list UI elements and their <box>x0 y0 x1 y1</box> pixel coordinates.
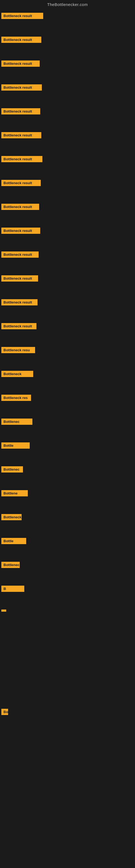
spacer <box>1 45 134 58</box>
bottleneck-label: Bo <box>1 709 8 715</box>
spacer <box>1 595 134 607</box>
spacer <box>1 213 134 225</box>
bottleneck-label: Bottlenec <box>1 418 32 425</box>
list-item: Bottleneck res <box>1 392 134 404</box>
list-item: Bottleneck result <box>1 297 134 308</box>
bottom-spacer <box>1 718 134 826</box>
bottleneck-label: Bottleneck result <box>1 275 38 282</box>
spacer <box>1 237 134 249</box>
spacer <box>1 284 134 297</box>
list-item: Bottleneck result <box>1 153 134 165</box>
spacer <box>1 141 134 153</box>
spacer <box>1 93 134 105</box>
spacer <box>1 380 134 392</box>
bottleneck-label: Bottlenec <box>1 466 23 472</box>
bottleneck-label: Bottleneck result <box>1 156 42 162</box>
spacer <box>1 404 134 416</box>
spacer <box>1 475 134 488</box>
spacer <box>1 547 134 559</box>
list-item: Bottleneck result <box>1 82 134 93</box>
list-item: Bottleneck result <box>1 10 134 22</box>
list-item: Bottleneck result <box>1 58 134 69</box>
bottleneck-label: Bottle <box>1 442 30 448</box>
list-item: Bottleneck result <box>1 177 134 189</box>
bottleneck-label: Bottleneck result <box>1 204 39 210</box>
bottleneck-label: Bottleneck resu <box>1 347 35 353</box>
page-wrapper: TheBottlenecker.com Bottleneck result Bo… <box>0 0 135 826</box>
bottleneck-label: Bottleneck result <box>1 61 40 67</box>
list-item: Bottlene <box>1 488 134 499</box>
spacer <box>1 189 134 201</box>
list-item: Bottleneck result <box>1 273 134 284</box>
list-item: Bottleneck result <box>1 34 134 45</box>
list-item <box>1 607 134 614</box>
list-item: Bottleneck r <box>1 511 134 523</box>
empty-section-3 <box>1 679 134 706</box>
bottleneck-label: Bottleneck result <box>1 180 41 186</box>
list-item: Bottleneck result <box>1 105 134 117</box>
spacer <box>1 117 134 129</box>
bottleneck-label: Bottleneck result <box>1 132 41 138</box>
list-item: Bottleneck result <box>1 129 134 141</box>
bottleneck-label: Bottleneck result <box>1 299 38 305</box>
list-item: Bottleneck <box>1 368 134 380</box>
spacer <box>1 571 134 583</box>
bottleneck-label: Bottleneck res <box>1 395 31 401</box>
bottleneck-label: Bottleneck result <box>1 227 40 234</box>
bottleneck-list: Bottleneck result Bottleneck result Bott… <box>0 10 135 826</box>
bottleneck-label <box>1 610 6 612</box>
bottleneck-label: Bottleneck <box>1 371 33 377</box>
list-item: Bottle <box>1 535 134 547</box>
list-item: Bottleneck resu <box>1 344 134 356</box>
bottleneck-label: Bottleneck result <box>1 37 41 43</box>
spacer <box>1 523 134 535</box>
spacer <box>1 356 134 368</box>
spacer <box>1 165 134 177</box>
spacer <box>1 260 134 273</box>
bottleneck-label: Bottleneck result <box>1 323 37 329</box>
bottleneck-label: Bottlenec <box>1 562 20 568</box>
bottleneck-label: Bottleneck result <box>1 13 43 19</box>
list-item: Bottleneck result <box>1 201 134 213</box>
spacer <box>1 22 134 34</box>
list-item: Bottleneck result <box>1 225 134 237</box>
spacer <box>1 332 134 344</box>
spacer <box>1 499 134 511</box>
list-item: B <box>1 583 134 595</box>
bottleneck-label: Bottleneck result <box>1 251 39 258</box>
list-item: Bo <box>1 706 134 718</box>
list-item: Bottleneck result <box>1 320 134 332</box>
bottleneck-label: Bottleneck result <box>1 108 40 115</box>
bottleneck-label: Bottleneck result <box>1 84 42 91</box>
spacer <box>1 69 134 82</box>
empty-section <box>1 614 134 638</box>
site-title: TheBottlenecker.com <box>0 0 135 10</box>
list-item: Bottlenec <box>1 559 134 571</box>
spacer <box>1 452 134 464</box>
list-item: Bottleneck result <box>1 249 134 260</box>
list-item: Bottlenec <box>1 464 134 475</box>
list-item: Bottle <box>1 440 134 452</box>
bottleneck-label: Bottle <box>1 538 26 544</box>
bottleneck-label: Bottleneck r <box>1 514 21 520</box>
spacer <box>1 308 134 320</box>
list-item: Bottlenec <box>1 416 134 428</box>
bottleneck-label: B <box>1 586 24 592</box>
spacer <box>1 428 134 440</box>
empty-section-2 <box>1 638 134 679</box>
bottleneck-label: Bottlene <box>1 490 28 496</box>
